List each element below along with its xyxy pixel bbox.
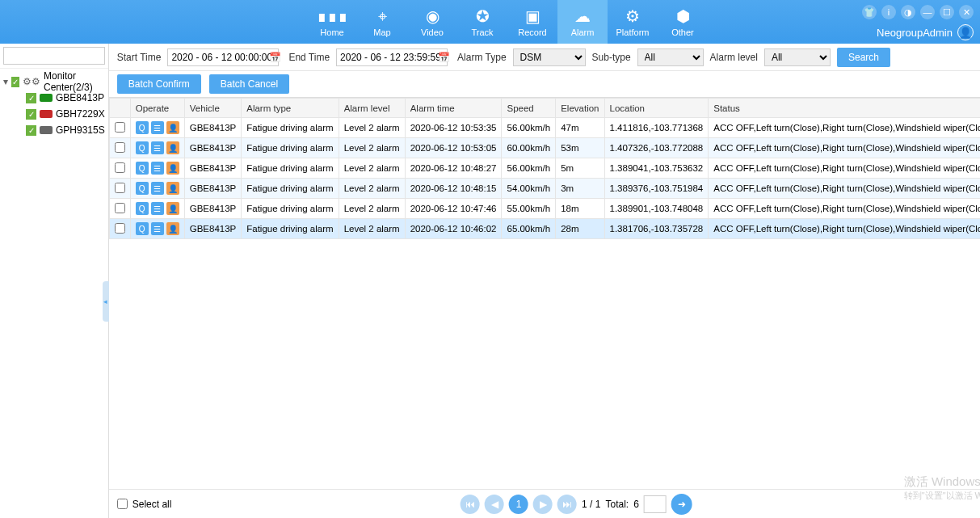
sidebar-splitter[interactable]: ◂ [103,281,109,322]
nav-track[interactable]: ✪Track [457,0,507,44]
row-checkbox[interactable] [115,142,125,153]
cell-status: ACC OFF,Left turn(Close),Right turn(Clos… [709,118,980,138]
cell-vehicle: GBE8413P [184,118,242,138]
cell-location: 1.411816,-103.771368 [604,118,709,138]
list-icon[interactable]: ☰ [151,162,164,175]
column-header[interactable]: Alarm time [405,99,502,118]
nav-record[interactable]: ▣Record [507,0,557,44]
box-icon: ⬢ [676,6,690,26]
close-icon[interactable]: ✕ [959,5,974,19]
nav-map[interactable]: ⌖Map [357,0,407,44]
sidebar-search-input[interactable] [3,47,105,65]
checkbox-icon[interactable]: ✓ [26,109,36,120]
cell-alarm-level: Level 2 alarm [339,118,405,138]
table-row[interactable]: Q☰👤GBE8413PFatigue driving alarmLevel 2 … [109,179,980,199]
list-icon[interactable]: ☰ [151,222,164,235]
detail-icon[interactable]: Q [136,162,149,175]
list-icon[interactable]: ☰ [151,202,164,215]
table-row[interactable]: Q☰👤GBE8413PFatigue driving alarmLevel 2 … [109,219,980,239]
select-all-checkbox[interactable] [117,499,128,509]
cell-status: ACC OFF,Left turn(Close),Right turn(Clos… [709,158,980,179]
alert-icon[interactable]: 👤 [166,202,179,215]
page-next-button[interactable]: ▶ [533,495,553,514]
alarm-level-select[interactable]: All [764,48,831,66]
table-row[interactable]: Q☰👤GBE8413PFatigue driving alarmLevel 2 … [109,199,980,219]
page-go-button[interactable]: ➜ [671,494,692,515]
detail-icon[interactable]: Q [136,222,149,235]
checkbox-icon[interactable]: ✓ [26,125,36,136]
table-row[interactable]: Q☰👤GBE8413PFatigue driving alarmLevel 2 … [109,138,980,158]
list-icon[interactable]: ☰ [151,141,164,154]
cell-alarm-time: 2020-06-12 10:48:15 [405,179,502,199]
alert-icon[interactable]: 👤 [166,162,179,175]
alert-icon[interactable]: 👤 [166,222,179,235]
cell-location: 1.389376,-103.751984 [604,179,709,199]
cell-vehicle: GBE8413P [184,179,242,199]
checkbox-icon[interactable]: ✓ [11,77,19,87]
row-checkbox[interactable] [115,162,125,173]
column-header[interactable]: Vehicle [184,99,242,118]
alarm-type-select[interactable]: DSM [513,48,586,66]
alert-icon[interactable]: 👤 [166,182,179,195]
start-time-label: Start Time [117,52,162,63]
info-icon[interactable]: i [881,5,896,19]
cell-elevation: 53m [556,138,604,158]
search-button[interactable]: Search [837,48,890,67]
batch-cancel-button[interactable]: Batch Cancel [209,74,289,94]
column-header[interactable]: Speed [502,99,556,118]
nav-video[interactable]: ◉Video [407,0,457,44]
cell-alarm-type: Fatigue driving alarm [242,138,339,158]
cell-alarm-type: Fatigue driving alarm [242,158,339,179]
page-prev-button[interactable]: ◀ [485,495,504,514]
nav-platform[interactable]: ⚙Platform [608,0,658,44]
cell-speed: 65.00km/h [502,219,556,239]
end-time-input[interactable] [336,48,448,66]
nav-home[interactable]: ∎∎∎Home [307,0,357,44]
column-header[interactable]: Alarm level [339,99,405,118]
start-time-input[interactable] [167,48,279,66]
maximize-icon[interactable]: ☐ [940,5,954,19]
cell-alarm-time: 2020-06-12 10:46:02 [405,219,502,239]
vehicle-tree: ▾ ✓ ⚙⚙ Monitor Center(2/3) ✓GBE8413P✓GBH… [0,69,108,143]
checkbox-icon[interactable]: ✓ [26,93,36,103]
minimize-icon[interactable]: — [920,5,935,19]
tree-item[interactable]: ✓GPH9315S [3,122,105,138]
table-row[interactable]: Q☰👤GBE8413PFatigue driving alarmLevel 2 … [109,118,980,138]
page-goto-input[interactable] [644,495,667,513]
page-number-button[interactable]: 1 [509,495,528,514]
cell-status: ACC OFF,Left turn(Close),Right turn(Clos… [709,219,980,239]
sub-type-label: Sub-type [592,52,631,63]
detail-icon[interactable]: Q [136,121,149,134]
nav-alarm[interactable]: ☁Alarm [557,0,608,44]
row-checkbox[interactable] [115,203,125,213]
detail-icon[interactable]: Q [136,141,149,154]
tree-item[interactable]: ✓GBH7229X [3,106,105,122]
row-checkbox[interactable] [115,122,125,133]
list-icon[interactable]: ☰ [151,182,164,195]
column-header[interactable]: Operate [130,99,184,118]
column-header[interactable]: Status [709,99,980,118]
alert-icon[interactable]: 👤 [166,141,179,154]
film-icon: ▣ [525,6,540,26]
sub-type-select[interactable]: All [637,48,704,66]
page-first-button[interactable]: ⏮ [461,495,480,514]
batch-confirm-button[interactable]: Batch Confirm [117,74,201,94]
detail-icon[interactable]: Q [136,182,149,195]
page-last-button[interactable]: ⏭ [557,495,577,514]
row-checkbox[interactable] [115,183,125,193]
table-row[interactable]: Q☰👤GBE8413PFatigue driving alarmLevel 2 … [109,158,980,179]
column-header[interactable]: Elevation [556,99,604,118]
shirt-icon[interactable]: 👕 [862,5,877,19]
column-header[interactable]: Location [604,99,709,118]
monitor-icon: ⌖ [378,6,387,26]
user-avatar-icon[interactable]: 👤 [957,24,974,40]
row-checkbox[interactable] [115,223,125,234]
column-header[interactable]: Alarm type [242,99,339,118]
list-icon[interactable]: ☰ [151,121,164,134]
detail-icon[interactable]: Q [136,202,149,215]
alert-icon[interactable]: 👤 [166,121,179,134]
tree-root[interactable]: ▾ ✓ ⚙⚙ Monitor Center(2/3) [3,74,105,90]
lock-icon[interactable]: ◑ [901,5,915,19]
nav-other[interactable]: ⬢Other [658,0,708,44]
cell-vehicle: GBE8413P [184,138,242,158]
